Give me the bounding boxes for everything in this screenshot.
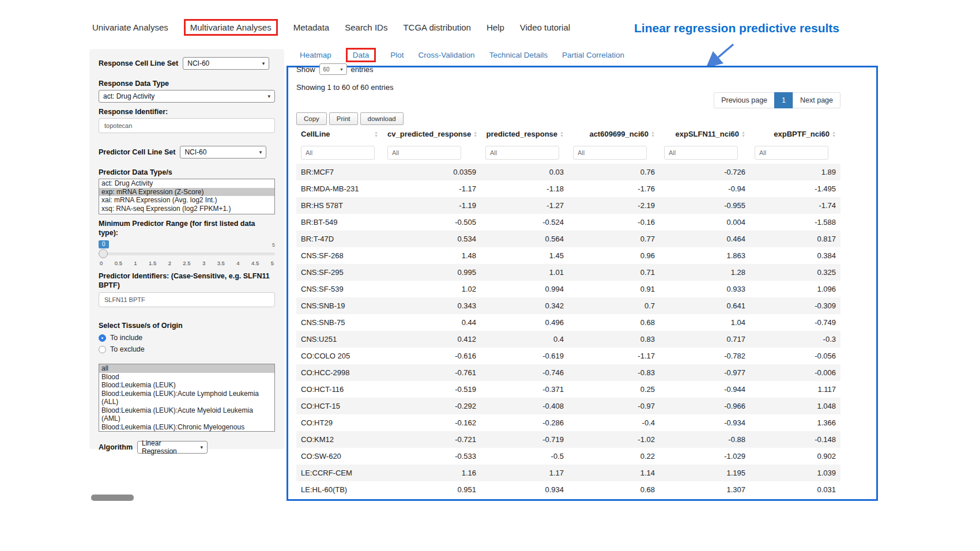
predictor-data-type-option[interactable]: xai: mRNA Expression (Avg. log2 Int.) xyxy=(99,196,274,205)
value-cell: 0.91 xyxy=(568,281,659,297)
sort-icon[interactable]: ▲▼ xyxy=(560,131,564,138)
predictor-data-type-option[interactable]: act: Drug Activity xyxy=(99,179,274,188)
print-button[interactable]: Print xyxy=(329,112,358,125)
tab-heatmap[interactable]: Heatmap xyxy=(300,51,331,59)
slider-tick-label: 2 xyxy=(168,260,171,266)
value-cell: -1.18 xyxy=(481,180,568,197)
previous-page-button[interactable]: Previous page xyxy=(714,92,775,108)
value-cell: -0.505 xyxy=(383,214,481,231)
value-cell: -0.292 xyxy=(383,398,481,414)
value-cell: -0.719 xyxy=(481,431,568,448)
column-header-predicted-response[interactable]: predicted_response▲▼ xyxy=(481,126,568,142)
nav-item-tcga-distribution[interactable]: TCGA distribution xyxy=(403,22,471,32)
value-cell: -1.76 xyxy=(568,180,659,197)
column-filter-input-predicted-response[interactable] xyxy=(485,146,559,160)
cell-line-cell: LE:HL-60(TB) xyxy=(296,481,383,498)
tissue-option[interactable]: Blood:Leukemia (LEUK):Chronic Myelogenou… xyxy=(99,423,274,432)
entries-label: entries xyxy=(351,65,374,74)
tissue-include-radio[interactable]: To include xyxy=(99,334,275,342)
column-filter-input-expslfn11-nci60[interactable] xyxy=(664,146,738,160)
slider-tick-label: 0.5 xyxy=(115,260,122,266)
value-cell: 0.994 xyxy=(481,281,568,297)
nav-item-video-tutorial[interactable]: Video tutorial xyxy=(520,22,570,32)
slider-tick-label: 1.5 xyxy=(149,260,156,266)
response-identifier-input[interactable] xyxy=(99,118,275,133)
response-cell-line-set-select[interactable]: NCI-60 ▾ xyxy=(183,57,269,70)
column-header-label: predicted_response xyxy=(487,130,558,138)
column-header-expslfn11-nci60[interactable]: expSLFN11_nci60▲▼ xyxy=(659,126,750,142)
column-header-expbptf-nci60[interactable]: expBPTF_nci60▲▼ xyxy=(750,126,840,142)
nav-item-help[interactable]: Help xyxy=(487,22,504,32)
sort-icon[interactable]: ▲▼ xyxy=(832,131,836,138)
value-cell: -0.006 xyxy=(750,364,840,381)
column-filter-input-cv-predicted-response[interactable] xyxy=(387,146,461,160)
predictor-identifiers-input[interactable] xyxy=(99,292,275,307)
tissue-option[interactable]: Blood:Leukemia (LEUK):Acute Myeloid Leuk… xyxy=(99,406,274,423)
radio-selected-icon[interactable] xyxy=(99,334,106,342)
response-data-type-select[interactable]: act: Drug Activity ▾ xyxy=(99,90,275,103)
tab-cross-validation[interactable]: Cross-Validation xyxy=(419,51,475,59)
nav-item-search-ids[interactable]: Search IDs xyxy=(345,22,387,32)
tissue-option[interactable]: Blood:Leukemia (LEUK):Acute Lymphoid Leu… xyxy=(99,390,274,406)
value-cell: -0.749 xyxy=(750,314,840,331)
sort-icon[interactable]: ▲▼ xyxy=(651,131,655,138)
page-length-select[interactable]: 60 ▾ xyxy=(319,63,347,75)
results-table: CellLine▲▼cv_predicted_response▲▼predict… xyxy=(296,126,840,498)
tissue-exclude-radio[interactable]: To exclude xyxy=(99,345,275,353)
value-cell: 0.004 xyxy=(659,214,750,231)
value-cell: -0.524 xyxy=(481,214,568,231)
value-cell: 1.04 xyxy=(659,314,750,331)
column-filter-input-cellline[interactable] xyxy=(301,146,375,160)
current-page-button[interactable]: 1 xyxy=(774,92,793,108)
predictor-data-type-option[interactable]: xsq: RNA-seq Expression (log2 FPKM+1.) xyxy=(99,205,274,213)
copy-button[interactable]: Copy xyxy=(296,112,327,125)
showing-entries-text: Showing 1 to 60 of 60 entries xyxy=(296,83,393,92)
radio-unselected-icon[interactable] xyxy=(99,346,106,353)
download-button[interactable]: download xyxy=(360,112,404,125)
value-cell: -1.029 xyxy=(659,448,750,465)
value-cell: -0.286 xyxy=(481,414,568,431)
value-cell: -1.02 xyxy=(568,431,659,448)
table-row: CNS:SNB-750.440.4960.681.04-0.749 xyxy=(296,314,840,331)
min-predictor-range-slider: 0 5 00.511.522.533.544.55 xyxy=(99,240,275,268)
sort-icon[interactable]: ▲▼ xyxy=(741,131,745,138)
tab-data[interactable]: Data xyxy=(346,48,376,62)
value-cell: 1.096 xyxy=(750,281,840,297)
tab-plot[interactable]: Plot xyxy=(390,51,404,59)
value-cell: -1.27 xyxy=(481,197,568,214)
value-cell: 0.902 xyxy=(750,448,840,465)
predictor-cell-line-set-select[interactable]: NCI-60 ▾ xyxy=(180,146,266,158)
next-page-button[interactable]: Next page xyxy=(793,92,840,108)
value-cell: 0.934 xyxy=(481,481,568,498)
chevron-down-icon: ▾ xyxy=(259,149,262,155)
value-cell: -0.16 xyxy=(568,214,659,231)
sort-icon[interactable]: ▲▼ xyxy=(473,131,477,138)
slider-handle[interactable] xyxy=(99,249,108,258)
response-cell-line-set-value: NCI-60 xyxy=(187,59,209,67)
algorithm-select[interactable]: Linear Regression ▾ xyxy=(137,441,208,454)
column-header-cv-predicted-response[interactable]: cv_predicted_response▲▼ xyxy=(383,126,481,142)
predictor-data-type-list[interactable]: act: Drug Activityexp: mRNA Expression (… xyxy=(99,179,275,214)
column-header-label: act609699_nci60 xyxy=(589,130,649,138)
tissue-option[interactable]: Blood:Leukemia (LEUK) xyxy=(99,381,274,390)
column-header-act609699-nci60[interactable]: act609699_nci60▲▼ xyxy=(568,126,659,142)
nav-item-univariate-analyses[interactable]: Univariate Analyses xyxy=(92,22,168,32)
slider-tick-label: 1 xyxy=(134,260,137,266)
predictor-data-type-option[interactable]: exp: mRNA Expression (Z-Score) xyxy=(99,188,274,197)
slider-tick-label: 4.5 xyxy=(251,260,259,266)
show-entries-row: Show 60 ▾ entries xyxy=(296,63,374,75)
column-filter-input-act609699-nci60[interactable] xyxy=(573,146,647,160)
tissue-option[interactable]: Blood xyxy=(99,373,274,382)
nav-item-multivariate-analyses[interactable]: Multivariate Analyses xyxy=(184,19,278,36)
tissue-list[interactable]: allBloodBlood:Leukemia (LEUK)Blood:Leuke… xyxy=(99,364,275,432)
column-header-cellline[interactable]: CellLine▲▼ xyxy=(296,126,383,142)
column-filter-input-expbptf-nci60[interactable] xyxy=(755,146,828,160)
slider-track[interactable] xyxy=(99,252,275,255)
tab-technical-details[interactable]: Technical Details xyxy=(489,51,548,59)
tissue-option[interactable]: all xyxy=(99,364,274,373)
nav-item-metadata[interactable]: Metadata xyxy=(293,22,330,32)
value-cell: -0.726 xyxy=(659,164,750,180)
sort-icon[interactable]: ▲▼ xyxy=(374,131,378,138)
tab-partial-correlation[interactable]: Partial Correlation xyxy=(562,51,624,59)
chevron-down-icon: ▾ xyxy=(267,93,270,99)
